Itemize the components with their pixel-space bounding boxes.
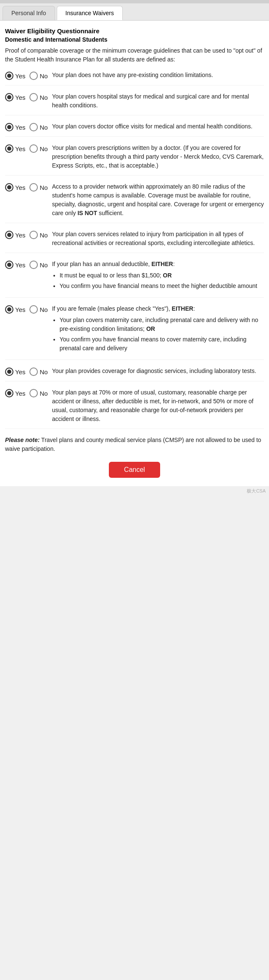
question-8-bullets: Your plan covers maternity care, includi… (60, 316, 264, 353)
question-7-bold: EITHER (151, 261, 173, 267)
tab-personal-info[interactable]: Personal Info (3, 6, 55, 20)
question-8-bullet-1: Your plan covers maternity care, includi… (60, 316, 264, 333)
radio-no-4[interactable]: No (29, 144, 47, 153)
radio-yes-circle-8 (5, 305, 13, 314)
radio-no-6[interactable]: No (29, 231, 47, 239)
question-text-2: Your plan covers hospital stays for medi… (52, 92, 264, 110)
question-row-10: Yes No Your plan pays at 70% or more of … (5, 388, 264, 429)
radio-yes-label-4: Yes (15, 145, 25, 152)
radio-no-circle-6 (29, 231, 38, 239)
form-note: Please note: Travel plans and county med… (5, 436, 264, 453)
radio-yes-label-9: Yes (15, 368, 25, 375)
radio-no-circle-4 (29, 144, 38, 153)
radio-yes-label-5: Yes (15, 184, 25, 191)
radio-yes-6[interactable]: Yes (5, 231, 25, 239)
radio-yes-label-6: Yes (15, 232, 25, 239)
question-7-bullet-1: It must be equal to or less than $1,500;… (60, 271, 264, 280)
main-content: Waiver Eligibility Questionnaire Domesti… (0, 21, 269, 486)
radio-group-5: Yes No (5, 182, 52, 192)
radio-no-label-8: No (40, 306, 47, 313)
question-row-3: Yes No Your plan covers doctor office vi… (5, 122, 264, 137)
tab-bar: Personal Info Insurance Waivers (0, 3, 269, 21)
radio-yes-circle-2 (5, 93, 13, 101)
radio-yes-circle-5 (5, 183, 13, 192)
question-row-9: Yes No Your plan provides coverage for d… (5, 367, 264, 381)
radio-yes-circle-10 (5, 389, 13, 397)
question-text-7: If your plan has an annual deductible, E… (52, 260, 264, 292)
question-text-8: If you are female (males please check "Y… (52, 304, 264, 354)
radio-yes-label-8: Yes (15, 306, 25, 313)
radio-yes-circle-3 (5, 123, 13, 131)
radio-yes-circle-4 (5, 144, 13, 153)
radio-no-3[interactable]: No (29, 123, 47, 131)
radio-group-10: Yes No (5, 388, 52, 397)
question-row-1: Yes No Your plan does not have any pre-e… (5, 71, 264, 85)
question-7-bullets: It must be equal to or less than $1,500;… (60, 271, 264, 290)
radio-no-label-6: No (40, 232, 47, 239)
top-bar (0, 0, 269, 3)
radio-no-circle-2 (29, 93, 38, 101)
radio-no-label-3: No (40, 124, 47, 131)
question-text-3: Your plan covers doctor office visits fo… (52, 122, 264, 131)
radio-group-4: Yes No (5, 144, 52, 153)
question-7-bullet-1-bold: OR (163, 272, 172, 279)
radio-no-10[interactable]: No (29, 389, 47, 397)
radio-group-7: Yes No (5, 260, 52, 269)
radio-no-label-9: No (40, 368, 47, 375)
question-text-10: Your plan pays at 70% or more of usual, … (52, 388, 264, 423)
question-8-bullet-1-bold: OR (146, 325, 155, 332)
question-row-8: Yes No If you are female (males please c… (5, 304, 264, 360)
question-text-9: Your plan provides coverage for diagnost… (52, 367, 264, 375)
radio-yes-5[interactable]: Yes (5, 183, 25, 192)
question-text-5: Access to a provider network within appr… (52, 182, 264, 218)
cancel-button[interactable]: Cancel (109, 462, 160, 478)
radio-yes-7[interactable]: Yes (5, 261, 25, 269)
radio-yes-circle-9 (5, 368, 13, 376)
radio-yes-1[interactable]: Yes (5, 72, 25, 80)
radio-no-7[interactable]: No (29, 261, 47, 269)
radio-no-circle-1 (29, 72, 38, 80)
radio-no-circle-3 (29, 123, 38, 131)
question-8-bold: EITHER (172, 305, 193, 312)
radio-no-1[interactable]: No (29, 72, 47, 80)
radio-no-circle-10 (29, 389, 38, 397)
form-intro: Proof of comparable coverage or the mini… (5, 46, 264, 64)
note-text: Travel plans and county medical service … (5, 437, 261, 452)
radio-yes-10[interactable]: Yes (5, 389, 25, 397)
radio-yes-circle-7 (5, 261, 13, 269)
radio-no-label-10: No (40, 390, 47, 397)
form-subtitle: Domestic and International Students (5, 36, 264, 43)
radio-group-8: Yes No (5, 304, 52, 314)
radio-no-9[interactable]: No (29, 368, 47, 376)
radio-no-label-5: No (40, 184, 47, 191)
note-bold-text: Please note: (5, 437, 40, 443)
question-text-1: Your plan does not have any pre-existing… (52, 71, 264, 80)
radio-group-1: Yes No (5, 71, 52, 80)
radio-yes-3[interactable]: Yes (5, 123, 25, 131)
tab-insurance-waivers[interactable]: Insurance Waivers (57, 6, 123, 20)
radio-no-label-2: No (40, 94, 47, 101)
radio-no-circle-7 (29, 261, 38, 269)
radio-group-2: Yes No (5, 92, 52, 101)
radio-yes-label-1: Yes (15, 72, 25, 80)
question-text-4: Your plan covers prescriptions written b… (52, 144, 264, 170)
radio-yes-8[interactable]: Yes (5, 305, 25, 314)
radio-yes-9[interactable]: Yes (5, 368, 25, 376)
question-8-bullet-2: You confirm you have financial means to … (60, 335, 264, 353)
radio-no-label-7: No (40, 261, 47, 269)
radio-no-5[interactable]: No (29, 183, 47, 192)
radio-yes-label-7: Yes (15, 261, 25, 269)
question-row-4: Yes No Your plan covers prescriptions wr… (5, 144, 264, 176)
radio-group-9: Yes No (5, 367, 52, 376)
question-7-bullet-2: You confirm you have financial means to … (60, 282, 264, 290)
question-text-6: Your plan covers services related to inj… (52, 230, 264, 248)
watermark: 极大CSA (0, 486, 269, 496)
radio-yes-circle-6 (5, 231, 13, 239)
radio-no-2[interactable]: No (29, 93, 47, 101)
form-title: Waiver Eligibility Questionnaire (5, 27, 264, 35)
radio-yes-2[interactable]: Yes (5, 93, 25, 101)
radio-no-8[interactable]: No (29, 305, 47, 314)
radio-no-label-4: No (40, 145, 47, 152)
radio-yes-label-3: Yes (15, 124, 25, 131)
radio-yes-4[interactable]: Yes (5, 144, 25, 153)
